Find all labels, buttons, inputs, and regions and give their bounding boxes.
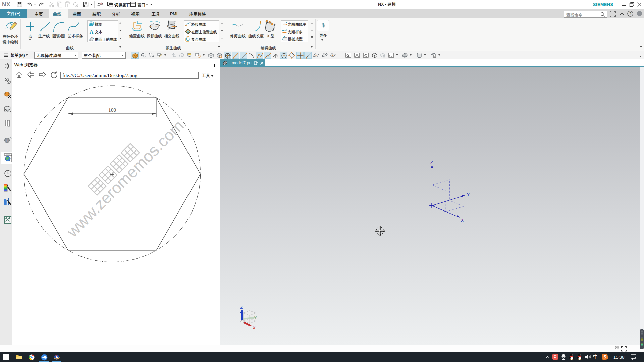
- svg-text:100: 100: [108, 107, 116, 113]
- svg-text:A: A: [90, 29, 94, 34]
- svg-text:?: ?: [629, 12, 631, 16]
